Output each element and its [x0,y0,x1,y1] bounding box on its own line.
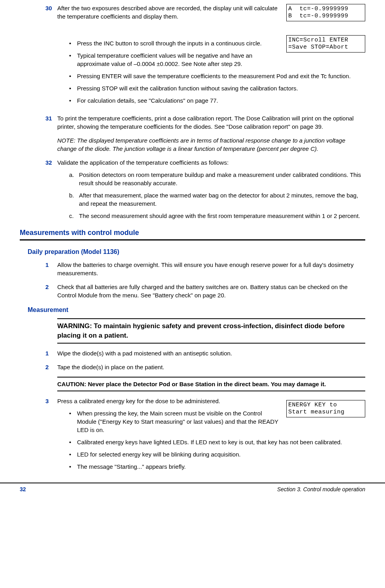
caution-text: CAUTION: Never place the Detector Pod or… [57,381,326,387]
step-number: 1 [45,349,57,357]
bullet-item: When pressing the key, the Main screen m… [69,409,365,434]
daily-step-1: 1Allow the batteries to charge overnight… [57,261,365,277]
bullet-item: LED for selected energy key will be blin… [69,450,365,458]
step-text: To print the temperature coefficients, p… [57,115,354,130]
warning-box: WARNING: To maintain hygienic safety and… [57,318,365,344]
bullet-text: Pressing ENTER will save the temperature… [77,73,351,79]
section-label: Section 3. Control module operation [277,486,365,494]
bullet-text: When pressing the key, the Main screen m… [77,410,278,433]
bullet-item: Typical temperature coefficient values w… [69,51,365,68]
caution-box: CAUTION: Never place the Detector Pod or… [57,377,365,391]
step-text: Allow the batteries to charge overnight.… [57,261,353,276]
bullet-text: The message "Starting..." appears briefl… [77,463,186,470]
lcd-line: B tc=-0.9999999 [288,13,348,19]
step-number: 1 [45,261,57,269]
bullet-item: Calibrated energy keys have lighted LEDs… [69,438,365,446]
bullet-text: Pressing STOP will exit the calibration … [77,85,298,92]
step-number: 2 [45,283,57,291]
step-number: 2 [45,363,57,371]
step-text: Press a calibrated energy key for the do… [57,398,220,404]
bullet-text: Calibrated energy keys have lighted LEDs… [77,439,342,445]
bullet-item: For calculation details, see "Calculatio… [69,96,365,105]
sub-text: Position detectors on room temperature b… [79,171,361,186]
bullet-item: Press the INC button to scroll through t… [69,39,365,47]
step-3-bullets: When pressing the key, the Main screen m… [57,409,365,471]
step-number: 32 [45,158,57,167]
sub-letter: b. [69,191,74,199]
heading-rule [20,239,365,240]
page-number: 32 [20,486,26,494]
bullet-text: Press the INC button to scroll through t… [77,40,262,47]
heading-measurements: Measurements with control module [20,228,365,238]
bullet-item: Pressing ENTER will save the temperature… [69,72,365,80]
bullet-text: Typical temperature coefficient values w… [77,52,252,67]
bullet-item: Pressing STOP will exit the calibration … [69,84,365,92]
page-footer: 32 Section 3. Control module operation [0,483,385,496]
daily-step-2: 2Check that all batteries are fully char… [57,283,365,299]
lcd-line: ENERGY KEY to [288,402,337,408]
step-text: After the two exposures described above … [57,5,278,20]
sub-item: a.Position detectors on room temperature… [69,171,365,187]
step-number: 3 [45,397,57,405]
bullet-item: The message "Starting..." appears briefl… [69,462,365,471]
note: NOTE: The displayed temperature coeffici… [57,136,365,153]
sub-letter: c. [69,212,74,220]
meas-step-2: 2Tape the diode(s) in place on the patie… [57,363,365,371]
bullet-text: For calculation details, see "Calculatio… [77,97,218,104]
sub-letter: a. [69,171,74,179]
sub-item: c.The second measurement should agree wi… [69,212,365,220]
lcd-line: A tc=-0.9999999 [288,6,348,12]
step-text: Wipe the diode(s) with a pad moistened w… [57,350,232,357]
step-number: 30 [45,4,57,12]
step-31: 31To print the temperature coefficients,… [57,114,365,131]
sub-text: After that measurement, place the warmed… [79,192,358,207]
meas-step-1: 1Wipe the diode(s) with a pad moistened … [57,349,365,357]
heading-measurement: Measurement [28,306,365,314]
step-text: Tape the diode(s) in place on the patien… [57,364,164,370]
meas-step-3: 3Press a calibrated energy key for the d… [57,397,365,475]
heading-daily-prep: Daily preparation (Model 1136) [28,248,365,256]
step-text: Validate the application of the temperat… [57,159,229,166]
sub-item: b.After that measurement, place the warm… [69,191,365,208]
step-32: 32Validate the application of the temper… [57,158,365,220]
lcd-display-tc: A tc=-0.9999999 B tc=-0.9999999 [286,4,365,21]
sub-text: The second measurement should agree with… [79,212,360,219]
step-number: 31 [45,114,57,122]
warning-text: WARNING: To maintain hygienic safety and… [57,322,345,339]
bullet-text: LED for selected energy key will be blin… [77,451,240,458]
step-30: A tc=-0.9999999 B tc=-0.9999999 30After … [57,4,365,109]
step-text: Check that all batteries are fully charg… [57,284,347,299]
